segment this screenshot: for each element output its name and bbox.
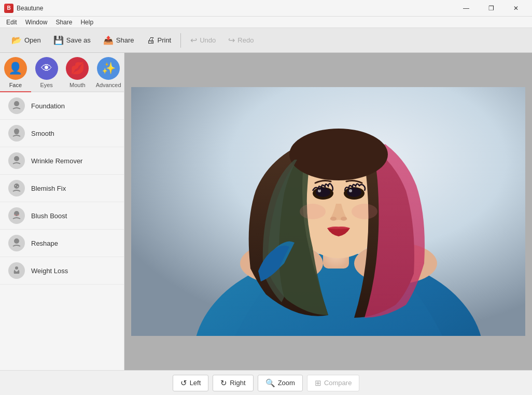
wrinkle-remover-icon <box>8 152 25 169</box>
svg-point-24 <box>330 217 337 221</box>
left-label: Left <box>190 379 201 387</box>
redo-button[interactable]: ↪ Redo <box>223 33 259 48</box>
undo-button[interactable]: ↩ Undo <box>185 33 221 48</box>
svg-point-10 <box>15 266 18 270</box>
maximize-button[interactable]: ❐ <box>479 0 503 17</box>
foundation-label: Foundation <box>31 102 65 110</box>
sidebar-item-reshape[interactable]: Reshape <box>0 230 124 257</box>
right-button[interactable]: ↻ Right <box>213 375 253 391</box>
svg-point-0 <box>14 101 19 106</box>
svg-point-25 <box>341 217 347 221</box>
share-button[interactable]: 📤 Share <box>98 33 139 48</box>
mouth-tab-icon: 💋 <box>66 57 89 80</box>
face-tab-label: Face <box>9 82 22 88</box>
minimize-button[interactable]: — <box>454 0 478 17</box>
undo-icon: ↩ <box>190 35 197 45</box>
open-icon: 📂 <box>11 35 22 45</box>
photo-display <box>131 87 525 336</box>
advanced-tab-label: Advanced <box>96 82 121 88</box>
blush-boost-label: Blush Boost <box>31 212 67 220</box>
compare-button[interactable]: ⊞ Compare <box>307 375 359 391</box>
advanced-tab-icon: ✨ <box>97 57 120 80</box>
saveas-button[interactable]: 💾 Save as <box>48 33 96 48</box>
tab-icons: 👤 Face 👁 Eyes 💋 Mouth ✨ Advanced <box>0 53 124 92</box>
svg-point-4 <box>15 185 16 186</box>
left-icon: ↺ <box>180 378 187 388</box>
wrinkle-remover-label: Wrinkle Remover <box>31 157 82 165</box>
toolbar: 📂 Open 💾 Save as 📤 Share 🖨 Print ↩ Undo … <box>0 28 532 53</box>
tab-advanced[interactable]: ✨ Advanced <box>93 53 124 92</box>
share-icon: 📤 <box>103 35 114 45</box>
right-label: Right <box>230 379 245 387</box>
menu-help[interactable]: Help <box>76 18 97 27</box>
smooth-label: Smooth <box>31 130 54 137</box>
svg-point-5 <box>17 186 18 187</box>
sidebar-menu: Foundation Smooth Wrinkle Remover <box>0 92 124 370</box>
main-layout: 📂 Open 💾 Save as 📤 Share 🖨 Print ↩ Undo … <box>0 28 532 395</box>
zoom-label: Zoom <box>278 379 295 387</box>
open-label: Open <box>24 36 41 44</box>
menu-window[interactable]: Window <box>21 18 52 27</box>
sidebar-item-blemish-fix[interactable]: Blemish Fix <box>0 175 124 202</box>
tab-eyes[interactable]: 👁 Eyes <box>31 53 62 92</box>
photo-area <box>124 53 532 370</box>
photo-container <box>131 87 525 336</box>
toolbar-separator <box>180 33 181 48</box>
svg-point-9 <box>14 238 19 244</box>
close-button[interactable]: ✕ <box>504 0 528 17</box>
svg-point-27 <box>352 204 377 219</box>
bottom-bar: ↺ Left ↻ Right 🔍 Zoom ⊞ Compare <box>0 370 532 395</box>
titlebar-left: B Beautune <box>4 4 43 13</box>
tab-mouth[interactable]: 💋 Mouth <box>62 53 93 92</box>
content-area: 👤 Face 👁 Eyes 💋 Mouth ✨ Advanced <box>0 53 532 370</box>
tab-face[interactable]: 👤 Face <box>0 53 31 92</box>
sidebar-item-smooth[interactable]: Smooth <box>0 120 124 147</box>
redo-label: Redo <box>237 36 254 44</box>
svg-point-26 <box>300 204 326 219</box>
sidebar-item-wrinkle-remover[interactable]: Wrinkle Remover <box>0 147 124 175</box>
foundation-icon <box>8 97 25 114</box>
svg-point-17 <box>289 129 388 180</box>
app-icon: B <box>4 4 13 13</box>
print-button[interactable]: 🖨 Print <box>142 33 177 48</box>
svg-point-7 <box>14 215 16 216</box>
svg-point-23 <box>349 189 352 192</box>
print-icon: 🖨 <box>147 36 155 45</box>
blush-boost-icon <box>8 207 25 224</box>
sidebar-item-blush-boost[interactable]: Blush Boost <box>0 202 124 230</box>
mouth-tab-label: Mouth <box>69 82 86 88</box>
eyes-tab-icon: 👁 <box>35 57 58 80</box>
blemish-fix-icon <box>8 180 25 196</box>
right-icon: ↻ <box>220 378 227 388</box>
app-title: Beautune <box>17 5 43 12</box>
redo-icon: ↪ <box>228 35 235 45</box>
titlebar-controls: — ❐ ✕ <box>454 0 528 17</box>
saveas-label: Save as <box>66 36 91 44</box>
saveas-icon: 💾 <box>53 35 64 45</box>
reshape-label: Reshape <box>31 239 58 247</box>
eyes-tab-label: Eyes <box>40 82 52 88</box>
menu-share[interactable]: Share <box>51 18 76 27</box>
undo-label: Undo <box>200 36 216 44</box>
menu-edit[interactable]: Edit <box>2 18 21 27</box>
svg-point-22 <box>347 188 361 197</box>
svg-point-3 <box>14 184 19 189</box>
sidebar-item-foundation[interactable]: Foundation <box>0 92 124 120</box>
blemish-fix-label: Blemish Fix <box>31 185 66 192</box>
zoom-icon: 🔍 <box>265 378 275 388</box>
sidebar-item-weight-loss[interactable]: Weight Loss <box>0 257 124 285</box>
compare-icon: ⊞ <box>315 378 321 388</box>
print-label: Print <box>158 36 172 44</box>
face-tab-icon: 👤 <box>4 57 27 80</box>
svg-point-8 <box>17 215 19 216</box>
menubar: Edit Window Share Help <box>0 17 532 28</box>
left-button[interactable]: ↺ Left <box>173 375 209 391</box>
open-button[interactable]: 📂 Open <box>6 33 46 48</box>
zoom-button[interactable]: 🔍 Zoom <box>258 375 303 391</box>
svg-point-19 <box>316 188 330 197</box>
compare-label: Compare <box>324 379 352 387</box>
titlebar: B Beautune — ❐ ✕ <box>0 0 532 17</box>
sidebar: 👤 Face 👁 Eyes 💋 Mouth ✨ Advanced <box>0 53 124 370</box>
reshape-icon <box>8 235 25 251</box>
share-label: Share <box>116 36 134 44</box>
